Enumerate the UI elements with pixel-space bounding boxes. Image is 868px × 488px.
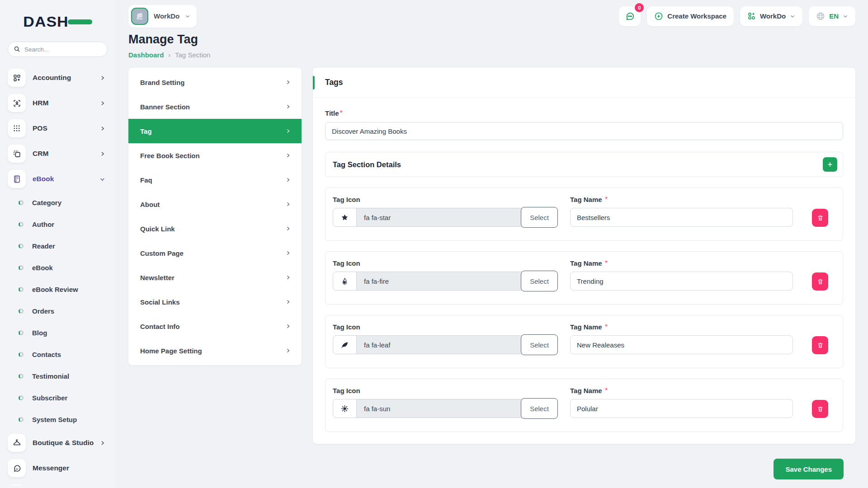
workdo-dropdown[interactable]: WorkDo bbox=[740, 6, 802, 26]
sub-item-label: System Setup bbox=[32, 416, 77, 423]
tag-section-details-title: Tag Section Details bbox=[333, 160, 401, 169]
menu-item-newsletter[interactable]: Newsletter bbox=[128, 265, 302, 290]
tag-icon-label: Tag Icon bbox=[333, 259, 360, 267]
breadcrumb-current: Tag Section bbox=[175, 51, 210, 59]
menu-item-free-book-section[interactable]: Free Book Section bbox=[128, 143, 302, 168]
menu-item-banner-section[interactable]: Banner Section bbox=[128, 94, 302, 119]
required-asterisk: * bbox=[340, 109, 343, 117]
select-icon-button[interactable]: Select bbox=[521, 398, 558, 419]
language-dropdown[interactable]: EN bbox=[809, 6, 855, 26]
breadcrumb-dashboard-link[interactable]: Dashboard bbox=[128, 51, 164, 59]
delete-tag-button[interactable] bbox=[812, 400, 828, 418]
menu-item-about[interactable]: About bbox=[128, 192, 302, 216]
tag-row: Tag Icon fa fa-leaf Select Tag Name * bbox=[325, 315, 843, 368]
title-input[interactable] bbox=[325, 122, 843, 140]
main-area: WorkDo 0 Create Workspace WorkDo bbox=[115, 0, 868, 479]
sidebar-item-system-setup[interactable]: System Setup bbox=[0, 408, 115, 430]
menu-item-quick-link[interactable]: Quick Link bbox=[128, 216, 302, 241]
sidebar-item-author[interactable]: Author bbox=[0, 213, 115, 235]
create-workspace-button[interactable]: Create Workspace bbox=[647, 6, 734, 26]
save-changes-button[interactable]: Save Changes bbox=[774, 459, 844, 479]
menu-item-home-page-setting[interactable]: Home Page Setting bbox=[128, 338, 302, 363]
tag-icon-group: fa fa-star Select bbox=[333, 208, 558, 227]
fire-icon bbox=[333, 272, 357, 290]
tag-name-input[interactable] bbox=[570, 335, 793, 354]
search-input[interactable] bbox=[8, 42, 108, 57]
topbar-actions: 0 Create Workspace WorkDo EN bbox=[619, 6, 855, 26]
menu-item-label: Newsletter bbox=[140, 274, 175, 282]
chevron-right-icon bbox=[285, 348, 291, 353]
delete-tag-button[interactable] bbox=[812, 272, 828, 291]
sidebar-item-label: POS bbox=[33, 124, 47, 132]
sidebar-item-ebook-sub[interactable]: eBook bbox=[0, 257, 115, 278]
select-icon-button[interactable]: Select bbox=[521, 334, 558, 355]
workspace-selector[interactable]: WorkDo bbox=[128, 5, 197, 28]
menu-item-label: Custom Page bbox=[140, 249, 184, 257]
sidebar-item-label: Boutique & Studio bbox=[33, 439, 94, 447]
sidebar-item-testimonial[interactable]: Testimonial bbox=[0, 365, 115, 387]
chevron-right-icon bbox=[285, 275, 291, 280]
chevron-right-icon bbox=[285, 153, 291, 158]
select-icon-button[interactable]: Select bbox=[521, 207, 558, 228]
add-tag-button[interactable] bbox=[823, 157, 837, 172]
sidebar-item-boutique-studio[interactable]: Boutique & Studio bbox=[0, 430, 115, 455]
bullet-icon bbox=[19, 309, 24, 314]
sidebar-item-crm[interactable]: CRM bbox=[0, 141, 115, 166]
delete-tag-button[interactable] bbox=[812, 209, 828, 227]
sidebar-item-accounting[interactable]: Accounting bbox=[0, 65, 115, 90]
required-asterisk: * bbox=[605, 196, 608, 203]
tag-name-label: Tag Name bbox=[570, 387, 602, 394]
chat-button[interactable]: 0 bbox=[619, 6, 641, 26]
menu-item-brand-setting[interactable]: Brand Setting bbox=[128, 70, 302, 94]
tags-panel: Tags Title* Tag Section Details Ta bbox=[313, 68, 855, 444]
sidebar-item-messenger[interactable]: Messenger bbox=[0, 455, 115, 481]
bullet-icon bbox=[19, 395, 24, 400]
brand-logo-text: DASH bbox=[23, 14, 68, 30]
menu-item-label: Banner Section bbox=[140, 103, 190, 111]
required-asterisk: * bbox=[605, 259, 608, 267]
menu-item-faq[interactable]: Faq bbox=[128, 168, 302, 192]
chevron-down-icon bbox=[790, 14, 795, 19]
language-label: EN bbox=[829, 12, 839, 20]
sidebar-item-blog[interactable]: Blog bbox=[0, 322, 115, 343]
sidebar-item-hrm[interactable]: HRM bbox=[0, 90, 115, 116]
select-icon-button[interactable]: Select bbox=[521, 271, 558, 291]
settings-menu: Brand Setting Banner Section Tag Free Bo… bbox=[128, 68, 302, 365]
tag-name-input[interactable] bbox=[570, 399, 793, 418]
sidebar-item-subscriber[interactable]: Subscriber bbox=[0, 387, 115, 408]
chat-icon bbox=[625, 11, 635, 21]
menu-item-tag[interactable]: Tag bbox=[128, 119, 302, 143]
title-field: Title* bbox=[325, 109, 843, 140]
brand-logo: DASH bbox=[0, 10, 115, 33]
breadcrumb: Dashboard › Tag Section bbox=[128, 51, 855, 59]
chevron-down-icon bbox=[843, 14, 848, 19]
menu-item-custom-page[interactable]: Custom Page bbox=[128, 241, 302, 265]
menu-item-social-links[interactable]: Social Links bbox=[128, 290, 302, 314]
delete-tag-button[interactable] bbox=[812, 336, 828, 354]
tag-row: Tag Icon fa fa-fire Select Tag Name * bbox=[325, 251, 843, 305]
chevron-right-icon bbox=[285, 104, 291, 109]
sidebar-item-helpdesk[interactable]: Helpdesk bbox=[0, 481, 115, 485]
chevron-down-icon bbox=[185, 14, 190, 19]
accent-bar bbox=[313, 76, 315, 89]
sidebar-item-ebook-review[interactable]: eBook Review bbox=[0, 278, 115, 300]
sidebar-item-label: Messenger bbox=[33, 464, 69, 472]
sidebar-item-pos[interactable]: POS bbox=[0, 116, 115, 141]
tag-name-input[interactable] bbox=[570, 208, 793, 227]
title-label: Title bbox=[325, 109, 339, 117]
bullet-icon bbox=[19, 265, 24, 270]
menu-item-label: Social Links bbox=[140, 298, 180, 306]
chevron-right-icon bbox=[285, 202, 291, 207]
overlap-squares-icon bbox=[8, 145, 26, 163]
sidebar-item-category[interactable]: Category bbox=[0, 192, 115, 213]
sidebar-item-label: Accounting bbox=[33, 74, 71, 82]
menu-item-contact-info[interactable]: Contact Info bbox=[128, 314, 302, 338]
chevron-right-icon bbox=[285, 324, 291, 329]
sidebar-item-contacts[interactable]: Contacts bbox=[0, 343, 115, 365]
sidebar-item-ebook[interactable]: eBook bbox=[0, 166, 115, 192]
sidebar-item-label: HRM bbox=[33, 99, 48, 107]
tag-name-input[interactable] bbox=[570, 272, 793, 291]
sidebar-item-orders[interactable]: Orders bbox=[0, 300, 115, 322]
sidebar-item-reader[interactable]: Reader bbox=[0, 235, 115, 257]
sub-item-label: Blog bbox=[32, 329, 47, 337]
